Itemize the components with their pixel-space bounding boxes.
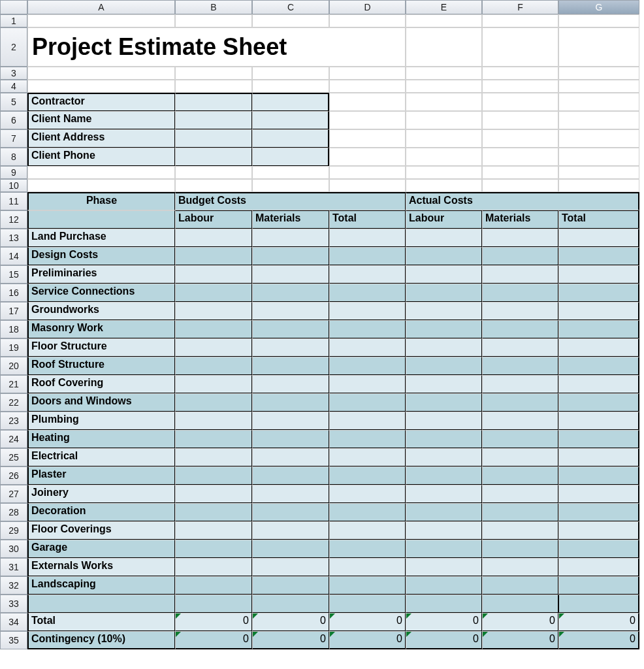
- cell-F8[interactable]: [482, 148, 558, 166]
- column-header-A[interactable]: A: [27, 0, 175, 14]
- cell-A9[interactable]: [27, 166, 175, 179]
- phase-cell-G31[interactable]: [558, 558, 639, 576]
- phase-cell-B14[interactable]: [175, 247, 252, 265]
- phase-cell-D24[interactable]: [329, 430, 406, 448]
- phase-cell-B17[interactable]: [175, 302, 252, 320]
- column-header-E[interactable]: E: [406, 0, 482, 14]
- row-header-6[interactable]: 6: [0, 111, 27, 129]
- phase-cell-G18[interactable]: [558, 320, 639, 338]
- phase-cell-D29[interactable]: [329, 521, 406, 540]
- phase-cell-E28[interactable]: [406, 503, 482, 521]
- phase-cell-E14[interactable]: [406, 247, 482, 265]
- phase-cell-C14[interactable]: [252, 247, 329, 265]
- phase-cell-G17[interactable]: [558, 302, 639, 320]
- total-G[interactable]: 0: [558, 613, 639, 631]
- phase-cell-F30[interactable]: [482, 540, 558, 558]
- contingency-D[interactable]: 0: [329, 631, 406, 649]
- cell-E2[interactable]: [406, 27, 482, 67]
- phase-cell-C17[interactable]: [252, 302, 329, 320]
- cell-E4[interactable]: [406, 80, 482, 93]
- row-header-1[interactable]: 1: [0, 14, 27, 27]
- column-header-F[interactable]: F: [482, 0, 558, 14]
- cell-G5[interactable]: [558, 93, 639, 111]
- phase-cell-C21[interactable]: [252, 375, 329, 393]
- phase-cell-B29[interactable]: [175, 521, 252, 540]
- phase-cell-E18[interactable]: [406, 320, 482, 338]
- cell-A1[interactable]: [27, 14, 175, 27]
- phase-cell-F24[interactable]: [482, 430, 558, 448]
- phase-cell-C32[interactable]: [252, 576, 329, 595]
- cell-E1[interactable]: [406, 14, 482, 27]
- contingency-F[interactable]: 0: [482, 631, 558, 649]
- phase-cell-B21[interactable]: [175, 375, 252, 393]
- phase-cell-D16[interactable]: [329, 284, 406, 302]
- row-header-2[interactable]: 2: [0, 27, 27, 67]
- column-header-C[interactable]: C: [252, 0, 329, 14]
- phase-cell-B26[interactable]: [175, 466, 252, 485]
- client-info-b-5[interactable]: [175, 93, 252, 111]
- phase-cell-F18[interactable]: [482, 320, 558, 338]
- phase-cell-B28[interactable]: [175, 503, 252, 521]
- row-header-11[interactable]: 11: [0, 192, 27, 210]
- row-header-25[interactable]: 25: [0, 448, 27, 466]
- phase-cell-F20[interactable]: [482, 357, 558, 375]
- row-header-35[interactable]: 35: [0, 631, 27, 649]
- phase-cell-F14[interactable]: [482, 247, 558, 265]
- phase-cell-E20[interactable]: [406, 357, 482, 375]
- cell-E10[interactable]: [406, 179, 482, 192]
- cell-G6[interactable]: [558, 111, 639, 129]
- row-header-22[interactable]: 22: [0, 393, 27, 412]
- phase-cell-G21[interactable]: [558, 375, 639, 393]
- cell-F2[interactable]: [482, 27, 558, 67]
- client-info-b-7[interactable]: [175, 129, 252, 148]
- cell-C3[interactable]: [252, 67, 329, 80]
- phase-cell-D32[interactable]: [329, 576, 406, 595]
- phase-cell-B18[interactable]: [175, 320, 252, 338]
- cell-F3[interactable]: [482, 67, 558, 80]
- cell-D10[interactable]: [329, 179, 406, 192]
- row-header-19[interactable]: 19: [0, 338, 27, 357]
- phase-cell-D23[interactable]: [329, 412, 406, 430]
- cell-G2[interactable]: [558, 27, 639, 67]
- phase-cell-E15[interactable]: [406, 265, 482, 284]
- row-header-14[interactable]: 14: [0, 247, 27, 265]
- row-header-3[interactable]: 3: [0, 67, 27, 80]
- cell-E8[interactable]: [406, 148, 482, 166]
- phase-cell-C31[interactable]: [252, 558, 329, 576]
- phase-cell-D14[interactable]: [329, 247, 406, 265]
- phase-cell-G13[interactable]: [558, 229, 639, 247]
- phase-cell-C18[interactable]: [252, 320, 329, 338]
- phase-cell-F16[interactable]: [482, 284, 558, 302]
- select-all-corner[interactable]: [0, 0, 27, 14]
- cell-A3[interactable]: [27, 67, 175, 80]
- phase-cell-C28[interactable]: [252, 503, 329, 521]
- phase-cell-G26[interactable]: [558, 466, 639, 485]
- phase-cell-E19[interactable]: [406, 338, 482, 357]
- phase-cell-C13[interactable]: [252, 229, 329, 247]
- phase-cell-D31[interactable]: [329, 558, 406, 576]
- phase-cell-G29[interactable]: [558, 521, 639, 540]
- phase-cell-E17[interactable]: [406, 302, 482, 320]
- phase-cell-E27[interactable]: [406, 485, 482, 503]
- phase-cell-C15[interactable]: [252, 265, 329, 284]
- row-header-23[interactable]: 23: [0, 412, 27, 430]
- phase-cell-F13[interactable]: [482, 229, 558, 247]
- phase-cell-C24[interactable]: [252, 430, 329, 448]
- phase-cell-C27[interactable]: [252, 485, 329, 503]
- phase-cell-D18[interactable]: [329, 320, 406, 338]
- row-header-27[interactable]: 27: [0, 485, 27, 503]
- phase-cell-E29[interactable]: [406, 521, 482, 540]
- phase-cell-G30[interactable]: [558, 540, 639, 558]
- cell-B3[interactable]: [175, 67, 252, 80]
- row-header-32[interactable]: 32: [0, 576, 27, 595]
- cell-D9[interactable]: [329, 166, 406, 179]
- phase-cell-C23[interactable]: [252, 412, 329, 430]
- cell-F7[interactable]: [482, 129, 558, 148]
- phase-cell-F25[interactable]: [482, 448, 558, 466]
- total-D[interactable]: 0: [329, 613, 406, 631]
- phase-cell-D30[interactable]: [329, 540, 406, 558]
- phase-cell-B27[interactable]: [175, 485, 252, 503]
- phase-cell-C19[interactable]: [252, 338, 329, 357]
- cell-A10[interactable]: [27, 179, 175, 192]
- row-header-31[interactable]: 31: [0, 558, 27, 576]
